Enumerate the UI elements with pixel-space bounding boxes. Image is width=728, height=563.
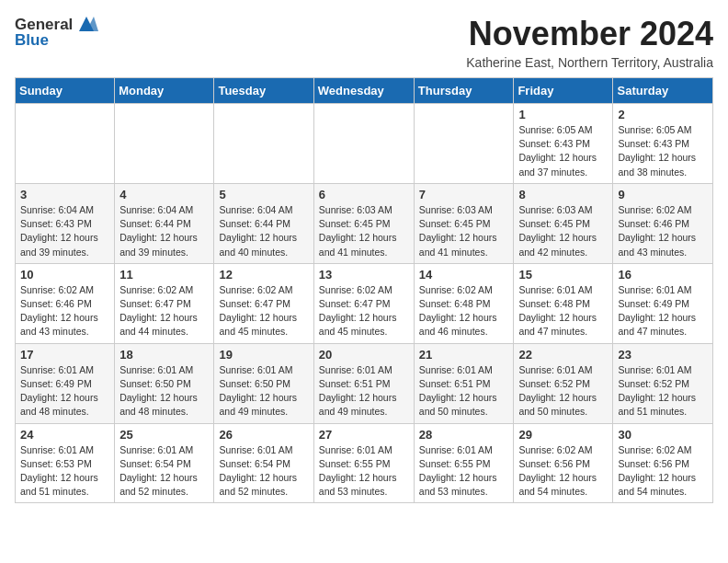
calendar-cell: 9Sunrise: 6:02 AM Sunset: 6:46 PM Daylig…: [613, 183, 713, 263]
day-number: 25: [119, 428, 209, 442]
day-detail: Sunrise: 6:01 AM Sunset: 6:50 PM Dayligh…: [119, 363, 209, 419]
calendar-cell: 19Sunrise: 6:01 AM Sunset: 6:50 PM Dayli…: [214, 343, 313, 423]
day-detail: Sunrise: 6:03 AM Sunset: 6:45 PM Dayligh…: [518, 203, 608, 259]
day-detail: Sunrise: 6:02 AM Sunset: 6:56 PM Dayligh…: [618, 443, 708, 500]
calendar-cell: 2Sunrise: 6:05 AM Sunset: 6:43 PM Daylig…: [613, 104, 713, 184]
day-number: 15: [518, 268, 608, 282]
day-number: 13: [319, 268, 409, 282]
calendar-cell: 1Sunrise: 6:05 AM Sunset: 6:43 PM Daylig…: [514, 104, 613, 184]
calendar-week-row: 17Sunrise: 6:01 AM Sunset: 6:49 PM Dayli…: [16, 343, 713, 423]
day-number: 18: [119, 348, 209, 362]
day-number: 12: [219, 268, 308, 282]
calendar-cell: [414, 104, 514, 184]
calendar-week-row: 24Sunrise: 6:01 AM Sunset: 6:53 PM Dayli…: [16, 423, 713, 503]
month-title: November 2024: [466, 15, 713, 53]
day-detail: Sunrise: 6:02 AM Sunset: 6:47 PM Dayligh…: [119, 283, 209, 339]
calendar-cell: [115, 104, 214, 184]
day-number: 14: [419, 268, 509, 282]
header-day-tuesday: Tuesday: [214, 78, 313, 104]
day-detail: Sunrise: 6:02 AM Sunset: 6:46 PM Dayligh…: [618, 203, 708, 259]
day-number: 16: [618, 268, 708, 282]
calendar-cell: 25Sunrise: 6:01 AM Sunset: 6:54 PM Dayli…: [115, 423, 214, 503]
day-detail: Sunrise: 6:01 AM Sunset: 6:54 PM Dayligh…: [219, 443, 308, 500]
calendar-cell: 7Sunrise: 6:03 AM Sunset: 6:45 PM Daylig…: [414, 183, 514, 263]
day-number: 1: [518, 108, 608, 121]
calendar-cell: 18Sunrise: 6:01 AM Sunset: 6:50 PM Dayli…: [115, 343, 214, 423]
day-number: 2: [618, 108, 708, 121]
calendar-cell: 5Sunrise: 6:04 AM Sunset: 6:44 PM Daylig…: [214, 183, 313, 263]
calendar-cell: 11Sunrise: 6:02 AM Sunset: 6:47 PM Dayli…: [115, 263, 214, 343]
logo-blue-text: Blue: [15, 31, 49, 50]
calendar-cell: 8Sunrise: 6:03 AM Sunset: 6:45 PM Daylig…: [514, 183, 613, 263]
location-subtitle: Katherine East, Northern Territory, Aust…: [466, 55, 713, 70]
day-number: 26: [219, 428, 308, 442]
header-day-sunday: Sunday: [16, 78, 115, 104]
header: General Blue November 2024 Katherine Eas…: [15, 15, 713, 70]
calendar-cell: 28Sunrise: 6:01 AM Sunset: 6:55 PM Dayli…: [414, 423, 514, 503]
day-number: 7: [419, 188, 509, 201]
calendar-week-row: 10Sunrise: 6:02 AM Sunset: 6:46 PM Dayli…: [16, 263, 713, 343]
day-detail: Sunrise: 6:01 AM Sunset: 6:54 PM Dayligh…: [119, 443, 209, 500]
day-number: 29: [518, 428, 608, 442]
day-number: 20: [319, 348, 409, 362]
calendar-cell: 30Sunrise: 6:02 AM Sunset: 6:56 PM Dayli…: [613, 423, 713, 503]
calendar-cell: 27Sunrise: 6:01 AM Sunset: 6:55 PM Dayli…: [313, 423, 414, 503]
day-number: 24: [20, 428, 109, 442]
day-number: 3: [20, 188, 109, 201]
title-area: November 2024 Katherine East, Northern T…: [466, 15, 713, 70]
day-number: 9: [618, 188, 708, 201]
calendar-table: SundayMondayTuesdayWednesdayThursdayFrid…: [15, 77, 713, 503]
day-number: 30: [618, 428, 708, 442]
day-detail: Sunrise: 6:02 AM Sunset: 6:56 PM Dayligh…: [518, 443, 608, 500]
day-detail: Sunrise: 6:01 AM Sunset: 6:49 PM Dayligh…: [20, 363, 109, 419]
calendar-week-row: 1Sunrise: 6:05 AM Sunset: 6:43 PM Daylig…: [16, 104, 713, 184]
calendar-cell: 3Sunrise: 6:04 AM Sunset: 6:43 PM Daylig…: [16, 183, 115, 263]
day-number: 27: [319, 428, 409, 442]
day-number: 19: [219, 348, 308, 362]
calendar-cell: 6Sunrise: 6:03 AM Sunset: 6:45 PM Daylig…: [313, 183, 414, 263]
day-detail: Sunrise: 6:04 AM Sunset: 6:44 PM Dayligh…: [219, 203, 308, 259]
day-detail: Sunrise: 6:01 AM Sunset: 6:49 PM Dayligh…: [618, 283, 708, 339]
day-detail: Sunrise: 6:01 AM Sunset: 6:53 PM Dayligh…: [20, 443, 109, 500]
calendar-cell: 12Sunrise: 6:02 AM Sunset: 6:47 PM Dayli…: [214, 263, 313, 343]
day-detail: Sunrise: 6:05 AM Sunset: 6:43 PM Dayligh…: [518, 123, 608, 179]
header-day-monday: Monday: [115, 78, 214, 104]
day-detail: Sunrise: 6:02 AM Sunset: 6:46 PM Dayligh…: [20, 283, 109, 339]
day-detail: Sunrise: 6:04 AM Sunset: 6:44 PM Dayligh…: [119, 203, 209, 259]
calendar-cell: 29Sunrise: 6:02 AM Sunset: 6:56 PM Dayli…: [514, 423, 613, 503]
header-day-thursday: Thursday: [414, 78, 514, 104]
day-detail: Sunrise: 6:02 AM Sunset: 6:47 PM Dayligh…: [319, 283, 409, 339]
calendar-cell: [16, 104, 115, 184]
header-day-saturday: Saturday: [613, 78, 713, 104]
calendar-cell: 24Sunrise: 6:01 AM Sunset: 6:53 PM Dayli…: [16, 423, 115, 503]
calendar-cell: 16Sunrise: 6:01 AM Sunset: 6:49 PM Dayli…: [613, 263, 713, 343]
logo-icon: [74, 15, 98, 35]
day-detail: Sunrise: 6:01 AM Sunset: 6:48 PM Dayligh…: [518, 283, 608, 339]
calendar-cell: 4Sunrise: 6:04 AM Sunset: 6:44 PM Daylig…: [115, 183, 214, 263]
day-detail: Sunrise: 6:01 AM Sunset: 6:55 PM Dayligh…: [319, 443, 409, 500]
day-number: 8: [518, 188, 608, 201]
logo: General Blue: [15, 15, 98, 50]
calendar-cell: 26Sunrise: 6:01 AM Sunset: 6:54 PM Dayli…: [214, 423, 313, 503]
calendar-cell: 23Sunrise: 6:01 AM Sunset: 6:52 PM Dayli…: [613, 343, 713, 423]
calendar-cell: 17Sunrise: 6:01 AM Sunset: 6:49 PM Dayli…: [16, 343, 115, 423]
day-detail: Sunrise: 6:01 AM Sunset: 6:52 PM Dayligh…: [618, 363, 708, 419]
calendar-cell: [214, 104, 313, 184]
calendar-header-row: SundayMondayTuesdayWednesdayThursdayFrid…: [16, 78, 713, 104]
day-detail: Sunrise: 6:04 AM Sunset: 6:43 PM Dayligh…: [20, 203, 109, 259]
day-detail: Sunrise: 6:03 AM Sunset: 6:45 PM Dayligh…: [419, 203, 509, 259]
day-detail: Sunrise: 6:02 AM Sunset: 6:47 PM Dayligh…: [219, 283, 308, 339]
header-day-friday: Friday: [514, 78, 613, 104]
calendar-cell: 20Sunrise: 6:01 AM Sunset: 6:51 PM Dayli…: [313, 343, 414, 423]
day-detail: Sunrise: 6:05 AM Sunset: 6:43 PM Dayligh…: [618, 123, 708, 179]
day-number: 21: [419, 348, 509, 362]
day-detail: Sunrise: 6:01 AM Sunset: 6:55 PM Dayligh…: [419, 443, 509, 500]
day-number: 17: [20, 348, 109, 362]
calendar-cell: [313, 104, 414, 184]
day-number: 23: [618, 348, 708, 362]
day-detail: Sunrise: 6:01 AM Sunset: 6:51 PM Dayligh…: [319, 363, 409, 419]
day-number: 4: [119, 188, 209, 201]
calendar-cell: 21Sunrise: 6:01 AM Sunset: 6:51 PM Dayli…: [414, 343, 514, 423]
day-number: 28: [419, 428, 509, 442]
calendar-cell: 10Sunrise: 6:02 AM Sunset: 6:46 PM Dayli…: [16, 263, 115, 343]
